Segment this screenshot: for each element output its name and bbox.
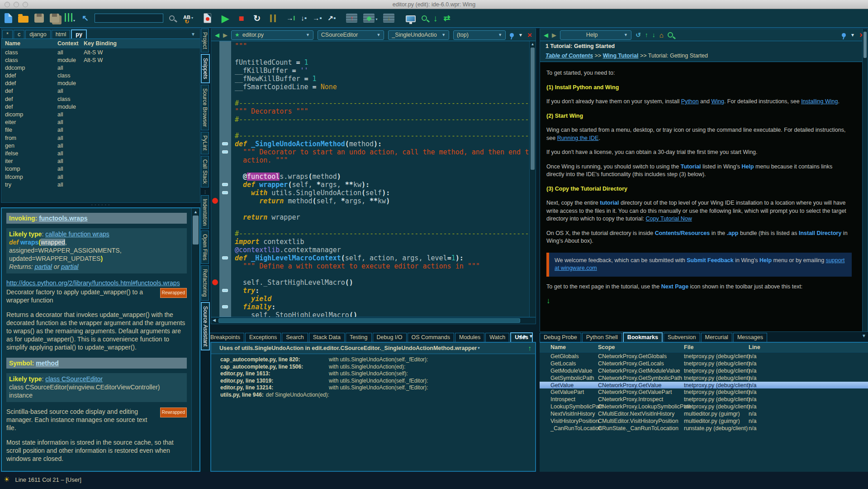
snippet-tab-c[interactable]: c: [14, 30, 24, 39]
select-mode-icon[interactable]: ↖: [82, 14, 89, 22]
snippet-row[interactable]: iterall: [1, 158, 200, 165]
replace-icon[interactable]: AB↻: [183, 15, 190, 24]
run-to-cursor-icon[interactable]: ◆: [363, 14, 375, 23]
panel-chevron-icon[interactable]: ▾: [519, 32, 522, 38]
help-dropdown[interactable]: Help ▼: [560, 30, 631, 40]
code-line[interactable]: #---------------------------------------…: [235, 132, 529, 140]
panel-chevron-icon[interactable]: ▾: [851, 32, 854, 38]
link[interactable]: Installing Wing: [801, 98, 838, 105]
assistant-scrollbar[interactable]: ▲: [191, 208, 199, 471]
scroll-left-icon[interactable]: ◀: [213, 318, 216, 322]
debug-file-icon[interactable]: [204, 13, 211, 23]
snippet-row[interactable]: classmoduleAlt-S W: [1, 56, 200, 64]
fold-marker-icon[interactable]: [222, 191, 228, 194]
bookmark-row[interactable]: GetValuePartCNetworkProxy.GetValueParttn…: [540, 388, 868, 396]
snippet-row[interactable]: lifcompall: [1, 173, 200, 181]
chevron-down-icon[interactable]: ▾: [478, 346, 479, 350]
link[interactable]: Table of Contents: [545, 53, 593, 59]
tool-tab-project[interactable]: Project: [201, 29, 209, 53]
breakpoint-icon[interactable]: [212, 279, 218, 285]
tool-tab-refactoring[interactable]: Refactoring: [201, 265, 209, 300]
column-header[interactable]: Context: [57, 40, 84, 47]
code-line[interactable]: self._StartHighLevelMacro(): [235, 278, 529, 287]
column-header[interactable]: Name: [5, 40, 57, 47]
close-panel-icon[interactable]: ×: [527, 31, 532, 39]
use-row[interactable]: utils.py, line 946:def SingleUndoAction(…: [220, 392, 535, 399]
snippet-row[interactable]: defmodule: [1, 103, 200, 110]
panel-menu-chevron-icon[interactable]: ▼: [862, 333, 866, 338]
tab-modules[interactable]: Modules: [455, 333, 484, 342]
code-line[interactable]: """ Decorators """: [235, 107, 529, 115]
code-line[interactable]: __fKillBuffer = '': [235, 67, 529, 75]
link[interactable]: Python: [681, 98, 699, 105]
forward-icon[interactable]: ▶: [552, 32, 556, 38]
tool-tab-source-browser[interactable]: Source Browser: [201, 85, 209, 130]
forward-icon[interactable]: ▶: [223, 32, 228, 38]
tab-watch[interactable]: Watch: [485, 333, 509, 342]
pin-icon[interactable]: [510, 33, 514, 37]
scrollbar-thumb[interactable]: [863, 32, 867, 58]
code-line[interactable]: [235, 50, 529, 58]
search-icon[interactable]: [169, 15, 175, 21]
code-line[interactable]: yield: [235, 295, 529, 303]
code-line[interactable]: """: [235, 42, 529, 50]
tab-bookmarks[interactable]: Bookmarks: [623, 332, 663, 342]
snippet-row[interactable]: ddefclass: [1, 72, 200, 80]
tab-python-shell[interactable]: Python Shell: [582, 333, 622, 342]
snippet-tab-[interactable]: *: [2, 30, 13, 39]
help-scrollbar[interactable]: [862, 29, 868, 331]
frame-down-icon[interactable]: ↓: [383, 14, 394, 23]
code-line[interactable]: import contextlib: [235, 238, 529, 246]
tab-stack-data[interactable]: Stack Data: [309, 333, 345, 342]
code-line[interactable]: #---------------------------------------…: [235, 230, 529, 238]
tool-tab-call-stack[interactable]: Call Stack: [201, 156, 209, 187]
bookmark-row[interactable]: VisitHistoryPositionCMultiEditor.VisitHi…: [540, 417, 868, 425]
editor-horizontal-scrollbar[interactable]: ◀: [211, 317, 536, 324]
code-line[interactable]: [235, 124, 529, 132]
link[interactable]: Wing: [711, 98, 724, 105]
snippet-row[interactable]: dicompall: [1, 111, 200, 119]
link[interactable]: http://docs.python.org/2/library/functoo…: [6, 279, 180, 287]
snippet-row[interactable]: genall: [1, 142, 200, 149]
code-line[interactable]: [235, 221, 529, 230]
use-row[interactable]: editor.py, line 1613:with utils.SingleUn…: [220, 370, 535, 378]
search-help-icon[interactable]: [668, 32, 673, 38]
scrollbar-thumb[interactable]: [531, 48, 535, 170]
snippet-row[interactable]: tryall: [1, 181, 200, 188]
scrollbar-thumb[interactable]: [193, 216, 199, 244]
tab-exceptions[interactable]: Exceptions: [245, 333, 281, 342]
tool-tab-snippets[interactable]: Snippets: [201, 54, 210, 83]
scope-dropdown[interactable]: (top) ▼: [453, 30, 506, 40]
editor-vertical-scrollbar[interactable]: ▲: [529, 41, 536, 317]
code-area[interactable]: """fUntitledCount = 1__fKillBuffer = ''_…: [231, 41, 529, 317]
bookmark-row[interactable]: GetValueCNetworkProxy.GetValuetnetproxy.…: [540, 382, 868, 389]
new-file-icon[interactable]: [5, 13, 12, 23]
tab-mercurial[interactable]: Mercurial: [701, 333, 732, 342]
fold-marker-icon[interactable]: [222, 256, 228, 259]
chevron-down-icon[interactable]: ▾: [375, 17, 377, 21]
bookmark-row[interactable]: GetLocalsCNetworkProxy.GetLocalstnetprox…: [540, 360, 868, 367]
code-line[interactable]: def _SingleUndoActionMethod(method):: [235, 140, 529, 148]
snippet-row[interactable]: fileall: [1, 126, 200, 134]
code-line[interactable]: [235, 270, 529, 278]
save-copy-icon[interactable]: [50, 14, 59, 23]
fold-marker-icon[interactable]: [222, 142, 228, 145]
tool-tab-pylint[interactable]: PyLint: [201, 132, 209, 154]
tool-tab-indentation[interactable]: Indentation: [201, 195, 209, 229]
code-line[interactable]: """ Decorator to start an undo action, c…: [235, 148, 529, 156]
snippet-row[interactable]: defclass: [1, 95, 200, 103]
code-line[interactable]: #---------------------------------------…: [235, 115, 529, 124]
tab-subversion[interactable]: Subversion: [664, 333, 700, 342]
code-line[interactable]: [235, 91, 529, 99]
tab-debug-probe[interactable]: Debug Probe: [540, 333, 581, 342]
snippet-tab-html[interactable]: html: [52, 30, 71, 39]
code-line[interactable]: def wrapper(self, *args, **kw):: [235, 181, 529, 189]
back-icon[interactable]: ◀: [544, 32, 548, 38]
snippet-tab-django[interactable]: django: [25, 30, 51, 39]
method-dropdown[interactable]: _SingleUndoActio ▼: [388, 30, 449, 40]
code-line[interactable]: self._StopHighLevelMacro(): [235, 311, 529, 317]
fold-marker-icon[interactable]: [222, 305, 228, 308]
class-dropdown[interactable]: CSourceEditor ▼: [318, 30, 384, 40]
step-out-icon[interactable]: ↗▪: [328, 14, 336, 22]
snippet-row[interactable]: ddefmodule: [1, 80, 200, 87]
